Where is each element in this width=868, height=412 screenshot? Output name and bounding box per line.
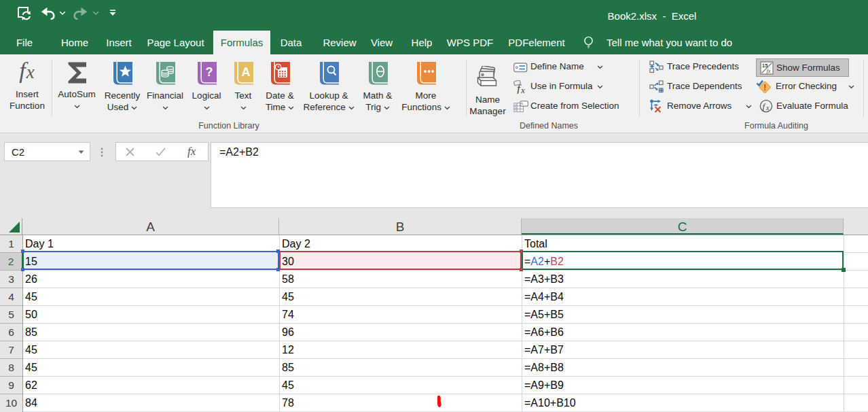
svg-text:?: ? (206, 65, 213, 79)
svg-text:x: x (765, 104, 770, 111)
svg-text:x: x (520, 85, 525, 95)
svg-text:fx: fx (767, 67, 771, 74)
svg-text:A: A (242, 65, 251, 79)
svg-text:!: ! (763, 83, 766, 92)
